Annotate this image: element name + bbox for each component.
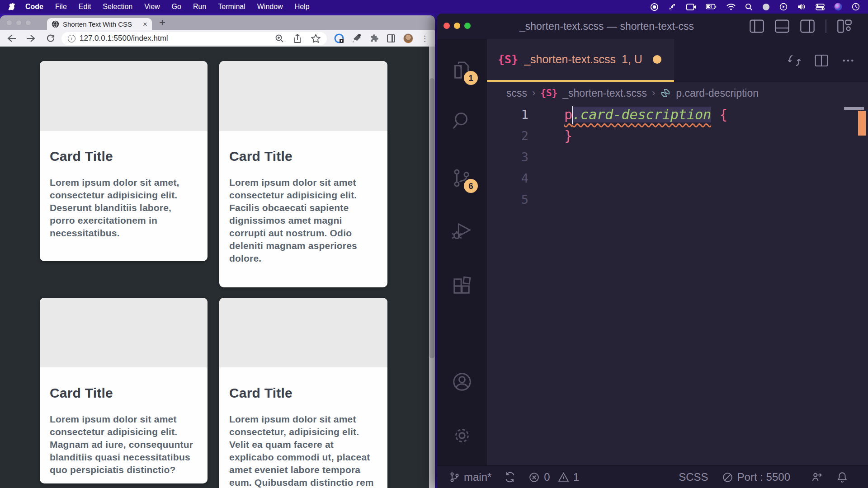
clock-icon[interactable] [852, 3, 860, 11]
new-tab-button[interactable]: + [159, 16, 165, 29]
vscode-window: _shorten-text.scss — shorten-text-css 1 … [437, 14, 868, 488]
open-changes-icon[interactable] [787, 53, 802, 68]
browser-tab-strip: Shorten Text With CSS × + [0, 15, 435, 30]
screen-record-icon[interactable] [686, 3, 696, 11]
vscode-window-title: _shorten-text.scss — shorten-text-css [482, 14, 731, 39]
customize-layout-icon[interactable] [837, 19, 852, 33]
password-manager-extension-icon[interactable] [334, 33, 344, 43]
source-control-icon[interactable]: 6 [452, 168, 472, 188]
menu-selection[interactable]: Selection [97, 3, 138, 11]
zoom-page-icon[interactable] [275, 34, 284, 43]
code-editor[interactable]: 1 p.card-description { 2 } 3 4 5 [487, 104, 868, 465]
menu-terminal[interactable]: Terminal [212, 3, 251, 11]
language-mode-item[interactable]: SCSS [679, 471, 708, 483]
close-window-button[interactable] [6, 20, 12, 26]
menu-help[interactable]: Help [289, 3, 316, 11]
apple-logo-icon[interactable] [8, 2, 16, 11]
live-server-port-item[interactable]: Port : 5500 [722, 471, 790, 483]
bookmark-star-icon[interactable] [311, 34, 321, 43]
zoom-window-button[interactable] [464, 23, 471, 29]
battery-icon[interactable] [706, 4, 717, 10]
breadcrumb-folder[interactable]: scss [506, 87, 527, 99]
record-icon[interactable] [650, 3, 659, 11]
extensions-puzzle-icon[interactable] [369, 34, 379, 43]
minimize-window-button[interactable] [16, 20, 22, 26]
minimize-window-button[interactable] [454, 23, 460, 29]
toggle-sidebar-icon[interactable] [750, 19, 764, 33]
live-share-icon[interactable] [810, 471, 823, 483]
profile-avatar[interactable] [403, 33, 413, 43]
menu-window[interactable]: Window [251, 3, 289, 11]
breadcrumb-file[interactable]: _shorten-text.scss [562, 87, 647, 99]
browser-scrollbar-thumb[interactable] [429, 78, 434, 358]
accounts-icon[interactable] [452, 371, 472, 392]
unsaved-changes-dot[interactable] [653, 55, 661, 64]
browser-tab[interactable]: Shorten Text With CSS × [47, 18, 152, 30]
explorer-badge: 1 [464, 71, 478, 85]
activity-bar: 1 6 [437, 39, 487, 465]
menu-run[interactable]: Run [187, 3, 212, 11]
toggle-panel-icon[interactable] [775, 19, 789, 33]
toggle-secondary-sidebar-icon[interactable] [800, 19, 815, 33]
split-editor-icon[interactable] [814, 53, 829, 68]
wifi-icon[interactable] [726, 4, 736, 10]
editor-tab-bar: {S} _shorten-text.scss 1, U [487, 39, 868, 82]
git-branch-item[interactable]: main* [449, 471, 491, 483]
siri-icon[interactable] [834, 3, 842, 11]
volume-icon[interactable] [797, 3, 806, 10]
rocket-icon[interactable] [668, 3, 677, 11]
search-icon[interactable] [452, 110, 472, 131]
explorer-icon[interactable]: 1 [452, 60, 472, 80]
run-debug-icon[interactable] [452, 221, 472, 241]
back-icon[interactable] [6, 34, 16, 43]
selector-tag: p [564, 107, 572, 122]
code-line-4[interactable]: 4 [487, 168, 868, 189]
vscode-title-bar[interactable]: _shorten-text.scss — shorten-text-css [437, 14, 868, 39]
do-not-disturb-icon[interactable] [762, 3, 770, 11]
status-bar: main* 0 1 SCSS Port : 5500 [437, 465, 868, 488]
browser-toolbar: i 127.0.0.1:5500/index.html ⋮ [0, 30, 435, 47]
problems-item[interactable]: 0 1 [528, 471, 579, 483]
code-line-3[interactable]: 3 [487, 146, 868, 168]
menu-view[interactable]: View [138, 3, 165, 11]
more-actions-icon[interactable] [841, 53, 855, 68]
menu-go[interactable]: Go [166, 3, 187, 11]
browser-window: Shorten Text With CSS × + i 127.0.0.1:55… [0, 15, 435, 488]
spotlight-search-icon[interactable] [745, 3, 753, 11]
sass-file-icon: {S} [498, 53, 518, 66]
reload-icon[interactable] [46, 34, 55, 43]
favicon-globe-icon [52, 20, 59, 28]
extensions-icon[interactable] [452, 276, 472, 296]
notifications-bell-icon[interactable] [836, 471, 848, 483]
zoom-window-button[interactable] [25, 20, 31, 26]
menu-edit[interactable]: Edit [73, 3, 97, 11]
code-line-1[interactable]: 1 p.card-description { [487, 104, 868, 125]
card-description: Lorem ipsum dolor sit amet, consectetur … [50, 176, 197, 239]
card-description: Lorem ipsum dolor sit amet consectetur a… [50, 413, 197, 476]
close-window-button[interactable] [443, 23, 450, 29]
browser-scrollbar-track[interactable] [429, 47, 435, 488]
card-description: Lorem ipsum dolor sit amet consectetur a… [229, 176, 377, 265]
control-center-icon[interactable] [816, 4, 825, 10]
browser-menu-icon[interactable]: ⋮ [421, 34, 429, 43]
settings-gear-icon[interactable] [452, 425, 472, 446]
site-info-icon[interactable]: i [68, 35, 75, 42]
forward-icon[interactable] [26, 34, 36, 43]
menu-code[interactable]: Code [19, 3, 49, 11]
address-bar[interactable]: i 127.0.0.1:5500/index.html [61, 32, 327, 45]
code-line-2[interactable]: 2 } [487, 125, 868, 146]
editor-tab[interactable]: {S} _shorten-text.scss 1, U [487, 39, 674, 82]
url-text[interactable]: 127.0.0.1:5500/index.html [80, 34, 271, 43]
card-image-placeholder [40, 298, 208, 367]
editor-scrollbar[interactable] [844, 107, 864, 110]
code-line-5[interactable]: 5 [487, 189, 868, 210]
eyedropper-extension-icon[interactable] [352, 33, 362, 43]
play-circle-icon[interactable] [779, 3, 788, 11]
tab-close-icon[interactable]: × [143, 20, 147, 28]
menu-file[interactable]: File [49, 3, 73, 11]
breadcrumb-symbol[interactable]: p.card-description [676, 87, 759, 99]
card-title: Card Title [229, 149, 377, 164]
share-icon[interactable] [293, 34, 302, 43]
sync-changes-button[interactable] [504, 471, 516, 483]
reading-list-icon[interactable] [387, 34, 396, 43]
